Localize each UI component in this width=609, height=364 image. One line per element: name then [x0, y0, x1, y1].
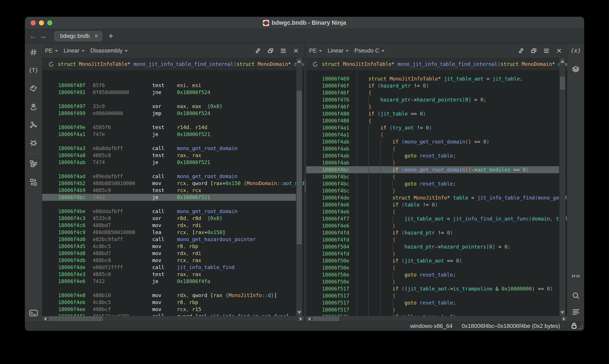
disassembly-line[interactable]: 18006f4e8488b10movrdx, qword [rax {MonoJ…	[42, 292, 296, 299]
pseudo-c-line[interactable]: 18006f517if ((jit_table_aot->is_trampoli…	[306, 285, 559, 292]
pseudo-c-line[interactable]: 18006f517{	[306, 292, 559, 299]
cross-references-icon[interactable]	[29, 120, 38, 130]
find-icon[interactable]	[571, 291, 581, 300]
disassembly-line[interactable]: 18006f499e986000000jmp0x18006f524	[42, 110, 296, 117]
disassembly-line[interactable]: 18006f49733c0xoreax, eax {0x0}	[42, 103, 296, 110]
pseudo-c-line[interactable]: 18006f46fif (hazard_ptr != 0)	[306, 82, 559, 89]
pseudo-c-line[interactable]: 18006f4bcif (mono_get_root_domain()->aot…	[306, 166, 559, 173]
disassembly-line[interactable]: 18006f4ade89edafbffcallmono_get_root_dom…	[42, 173, 296, 180]
disassembly-line[interactable]: 18006f4ee498bcfmovrcx, r15	[42, 306, 296, 313]
disassembly-line[interactable]: 18006f4d8488bd7movrdx, rdi	[42, 250, 296, 257]
types-icon[interactable]: {T}	[29, 65, 38, 75]
pseudo-c-line[interactable]: 18006f50e}	[306, 278, 559, 285]
scrollbar-thumb[interactable]	[49, 316, 102, 321]
horizontal-scrollbar[interactable]	[306, 316, 567, 322]
pseudo-c-line[interactable]: 18006f4f7jit_table_aot = jit_info_find_i…	[306, 215, 559, 222]
new-tab-button[interactable]: +	[109, 31, 113, 41]
pseudo-c-line[interactable]: 18006f4bcgoto reset_table;	[306, 180, 559, 187]
pseudo-c-line[interactable]: 18006f480{	[306, 117, 559, 124]
disassembly-line[interactable]: 18006f4e34885c0testrax, rax	[42, 271, 296, 278]
pseudo-c-line[interactable]: 18006f476hazard_ptr->hazard_pointers[0] …	[306, 96, 559, 103]
disassembly-line[interactable]	[42, 75, 296, 82]
scrollbar-thumb[interactable]	[313, 316, 339, 321]
console-terminal-icon[interactable]	[29, 308, 38, 318]
forward-arrow-icon[interactable]: →	[38, 32, 48, 40]
stack-layers-icon[interactable]	[571, 65, 581, 74]
vertical-scrollbar[interactable]	[296, 58, 302, 316]
disassembly-line[interactable]: 18006f4db488bc8movrcx, rax	[42, 257, 296, 264]
disassembly-line[interactable]: 18006f4bee88ddafbffcallmono_get_root_dom…	[42, 208, 296, 215]
pseudo-c-line[interactable]: 18006f504hazard_ptr->hazard_pointers[0] …	[306, 243, 559, 250]
stack-view-icon[interactable]	[29, 177, 38, 187]
pseudo-c-line[interactable]: 18006f51bif (allow_tramp != 0)	[306, 313, 559, 316]
disassembly-line[interactable]	[42, 117, 296, 124]
menu-icon[interactable]	[543, 47, 550, 54]
disassembly-line[interactable]: 18006f4d0e82bc9faffcallmono_get_hazardou…	[42, 236, 296, 243]
disassembly-line[interactable]: 18006f4c34533c0xorr8d, r8d {0x0}	[42, 215, 296, 222]
pseudo-c-line[interactable]: 18006f4fdif (hazard_ptr != 0)	[306, 229, 559, 236]
disassembly-line[interactable]: 18006f4a3e8a8dafbffcallmono_get_root_dom…	[42, 145, 296, 152]
disassembly-line[interactable]: 18006f4c9488d8850010000learcx, [rax+0x15…	[42, 229, 296, 236]
disassembly-line[interactable]	[42, 138, 296, 145]
pseudo-c-line[interactable]: 18006f4e6}	[306, 222, 559, 229]
pane-divider[interactable]	[304, 43, 306, 322]
disassembly-line[interactable]	[42, 96, 296, 103]
tags-icon[interactable]	[29, 84, 38, 93]
variables-icon[interactable]: (x)	[571, 46, 581, 55]
tab-bdwgc[interactable]: bdwgc.bndb ×	[54, 31, 102, 41]
disassembly-line[interactable]: 18006f48f85f6testesi, esi	[42, 82, 296, 89]
disassembly-line[interactable]: 18006f4ab7474je0x18006f521	[42, 159, 296, 166]
pseudo-c-line[interactable]: 18006f50egoto reset_table;	[306, 271, 559, 278]
pseudo-c-line[interactable]: 18006f4destruct MonoJitInfo* table = jit…	[306, 194, 559, 201]
reload-icon[interactable]	[48, 61, 54, 68]
scroll-up-arrow[interactable]	[559, 58, 565, 65]
pseudo-c-line[interactable]: 18006f4bc}	[306, 187, 559, 194]
memory-map-icon[interactable]	[29, 102, 38, 112]
pseudo-c-line[interactable]: 18006f4a1if (try_aot != 0)	[306, 124, 559, 131]
menu-icon[interactable]	[280, 47, 287, 54]
scroll-up-arrow[interactable]	[297, 58, 302, 65]
scrollbar-thumb[interactable]	[560, 77, 565, 90]
view-type-dropdown[interactable]: PE	[309, 47, 322, 54]
back-arrow-icon[interactable]: ←	[28, 32, 38, 40]
tab-close-icon[interactable]: ×	[94, 33, 98, 39]
disassembly-line[interactable]: 18006f4dee88df2ffffcalljit_info_table_fi…	[42, 264, 296, 271]
debugger-bug-icon[interactable]	[29, 138, 38, 148]
disassembly-line[interactable]: 18006f49e4585f6testr14d, r14d	[42, 124, 296, 131]
pseudo-c-line[interactable]: 18006f50eif (jit_table_aot == 0)	[306, 257, 559, 264]
disassembly-line[interactable]: 18006f4a84885c0testrax, rax	[42, 152, 296, 159]
pseudo-c-line[interactable]: 18006f4e6if (table != 0)	[306, 201, 559, 208]
link-icon[interactable]	[518, 47, 525, 54]
vertical-scrollbar[interactable]	[559, 58, 566, 316]
pseudo-c-line[interactable]: 18006f46f{	[306, 89, 559, 96]
pseudo-c-line[interactable]: 18006f4a1{	[306, 131, 559, 138]
divider-drag-handle[interactable]	[305, 180, 306, 193]
disassembly-line[interactable]: 18006f4d54c8bc5movr8, rbp	[42, 243, 296, 250]
scroll-down-arrow[interactable]	[559, 309, 565, 316]
disassembly-line[interactable]: 18006f4e67412je0x18006f4fa	[42, 278, 296, 285]
pseudo-c-line[interactable]: 18006f4abif (mono_get_root_domain() == 0…	[306, 138, 559, 145]
disassembly-line[interactable]: 18006f4910f858d000000jne0x18006f524	[42, 89, 296, 96]
il-dropdown[interactable]: Pseudo C	[354, 47, 385, 54]
pseudo-c-line[interactable]: 18006f46f}	[306, 103, 559, 110]
link-icon[interactable]	[254, 47, 261, 54]
il-dropdown[interactable]: Disassembly	[90, 47, 128, 54]
function-signature-bar[interactable]: struct MonoJitInfoTable* mono_jit_info_t…	[306, 58, 567, 70]
close-pane-icon[interactable]	[292, 47, 299, 54]
close-pane-icon[interactable]	[556, 47, 563, 54]
disassembly-line[interactable]: 18006f4c6488bd7movrdx, rdi	[42, 222, 296, 229]
disassembly-line[interactable]	[42, 166, 296, 173]
pseudo-c-line[interactable]: 18006f4ab}	[306, 159, 559, 166]
layout-dropdown[interactable]: Linear	[64, 47, 85, 54]
scroll-down-arrow[interactable]	[297, 309, 302, 316]
reload-icon[interactable]	[312, 61, 319, 68]
disassembly-line[interactable]: 18006f4b94885c9testrcx, rcx	[42, 187, 296, 194]
view-type-dropdown[interactable]: PE	[45, 47, 58, 54]
horizontal-scrollbar[interactable]	[42, 316, 304, 322]
function-signature-bar[interactable]: struct MonoJitInfoTable* mono_jit_info_t…	[42, 58, 304, 70]
strings-quotes-icon[interactable]: ””	[571, 273, 581, 283]
split-view-icon[interactable]	[267, 47, 274, 54]
pseudo-c-line[interactable]: 18006f4e6{	[306, 208, 559, 215]
pseudo-c-line[interactable]: 18006f50e{	[306, 264, 559, 271]
pseudo-c-line[interactable]: 18006f4fd}	[306, 250, 559, 257]
